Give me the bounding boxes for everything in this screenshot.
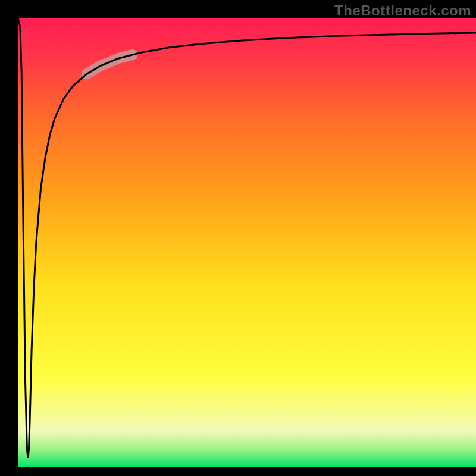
plot-svg (18, 18, 476, 467)
watermark-text: TheBottleneck.com (334, 2, 471, 19)
gradient-rect (18, 18, 476, 467)
chart-frame: TheBottleneck.com (0, 0, 476, 476)
plot-area (18, 18, 476, 467)
